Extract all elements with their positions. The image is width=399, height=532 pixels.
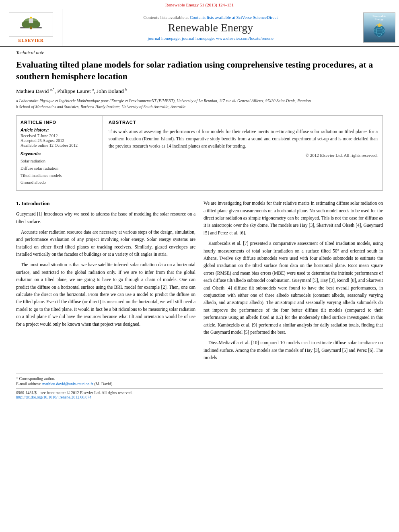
re-logo-graphic: [367, 22, 391, 37]
corresponding-author-note: * Corresponding author.: [16, 376, 383, 381]
abstract-text: This work aims at assessing the performa…: [109, 128, 378, 150]
issn-line: 0960-1481/$ – see front matter © 2012 El…: [16, 388, 383, 395]
issn-text: 0960-1481/$ – see front matter © 2012 El…: [16, 390, 132, 395]
email-line: E-mail address: mathieu.david@univ-reuni…: [16, 382, 383, 386]
article-type-text: Technical note: [16, 50, 44, 55]
body-para-1: Gueymard [1] introduces why we need to a…: [16, 210, 195, 225]
email-label-text: E-mail address:: [16, 382, 41, 386]
elsevier-logo: ELSEVIER: [9, 12, 53, 43]
footer-content: * Corresponding author. E-mail address: …: [16, 374, 383, 399]
available-date: Available online 12 October 2012: [21, 143, 98, 148]
svg-marker-6: [29, 16, 33, 18]
elsevier-tree-svg: [15, 16, 47, 33]
body-right-para-2: Kambezidis et al. [7] presented a compar…: [204, 240, 383, 336]
re-logo-title: RenewableEnergy: [372, 14, 386, 21]
svg-line-13: [381, 24, 382, 25]
body-right-para-3: Diez-Mediavilla et al. [10] compared 10 …: [204, 339, 383, 361]
history-label: Article history:: [21, 128, 98, 132]
re-logo-area: RenewableEnergy: [359, 9, 399, 46]
svg-line-15: [377, 24, 378, 25]
corresponding-label: * Corresponding author.: [16, 376, 55, 381]
keyword-4: Ground albedo: [21, 179, 98, 186]
paper-title: Evaluating tilted plane models for solar…: [0, 57, 399, 85]
elsevier-text: ELSEVIER: [9, 38, 53, 43]
journal-title-area: Contents lists available at Contents lis…: [62, 9, 359, 46]
journal-header: ELSEVIER Contents lists available at Con…: [0, 9, 399, 47]
svg-rect-5: [29, 18, 33, 23]
keyword-3: Tilted irradiance models: [21, 172, 98, 179]
doi-link[interactable]: http://dx.doi.org/10.1016/j.renene.2012.…: [16, 395, 91, 399]
affil-sup-a2: a: [92, 87, 94, 91]
affiliations: a Laboratoire Physique et Ingénierie Mat…: [0, 97, 399, 113]
affiliation-a: a Laboratoire Physique et Ingénierie Mat…: [16, 98, 383, 104]
authors-line: Mathieu David a,*, Philippe Lauret a, Jo…: [0, 85, 399, 97]
article-info-heading: ARTICLE INFO: [21, 120, 98, 125]
abstract-heading: ABSTRACT: [109, 120, 378, 125]
body-col-right: We are investigating four models for the…: [204, 199, 383, 364]
info-abstract-inner: ARTICLE INFO Article history: Received 7…: [16, 116, 383, 190]
journal-homepage: journal homepage: journal homepage: www.…: [148, 36, 274, 41]
keywords-label: Keywords:: [21, 152, 98, 156]
keyword-2: Diffuse solar radiation: [21, 165, 98, 172]
abstract-copyright: © 2012 Elsevier Ltd. All rights reserved…: [109, 153, 378, 158]
received-date: Received 7 June 2012: [21, 134, 98, 138]
email-suffix: (M. David).: [94, 382, 113, 386]
journal-title: Renewable Energy: [168, 21, 253, 34]
keyword-1: Solar radiation: [21, 158, 98, 165]
footer-area: * Corresponding author. E-mail address: …: [0, 369, 399, 402]
sciverse-line: Contents lists available at Contents lis…: [144, 15, 278, 20]
affiliation-b: b School of Mathematics and Statistics, …: [16, 104, 383, 110]
keywords-list: Solar radiation Diffuse solar radiation …: [21, 158, 98, 186]
article-info-col: ARTICLE INFO Article history: Received 7…: [16, 116, 103, 190]
affil-sup-b: b: [125, 87, 127, 91]
email-link[interactable]: mathieu.david@univ-reunion.fr: [42, 382, 93, 386]
section1-heading: 1. Introduction: [16, 199, 195, 208]
info-abstract-block: ARTICLE INFO Article history: Received 7…: [16, 115, 383, 191]
sciverse-text-prefix: Contents lists available at: [144, 15, 190, 20]
re-journal-logo: RenewableEnergy: [363, 12, 395, 43]
body-right-para-1: We are investigating four models for the…: [204, 199, 383, 236]
body-para-2: Accurate solar radiation resource data a…: [16, 228, 195, 258]
elsevier-tree-logo: [9, 12, 53, 37]
and-text: and: [349, 348, 356, 353]
homepage-label: journal homepage:: [148, 36, 182, 41]
journal-citation: Renewable Energy 51 (2013) 124–131: [165, 2, 234, 7]
sciverse-link[interactable]: Contents lists available at SciVerse Sci…: [190, 15, 278, 20]
accepted-date: Accepted 25 August 2012: [21, 138, 98, 143]
article-type: Technical note: [0, 47, 399, 57]
doi-line: http://dx.doi.org/10.1016/j.renene.2012.…: [16, 395, 383, 399]
svg-point-11: [378, 24, 381, 27]
elsevier-logo-area: ELSEVIER: [0, 9, 62, 46]
body-section: 1. Introduction Gueymard [1] introduces …: [0, 194, 399, 364]
affil-sup-a: a,*: [50, 87, 55, 91]
journal-citation-bar: Renewable Energy 51 (2013) 124–131: [0, 0, 399, 9]
body-col-left: 1. Introduction Gueymard [1] introduces …: [16, 199, 195, 364]
svg-rect-4: [30, 27, 32, 29]
homepage-url: journal homepage: www.elsevier.com/locat…: [182, 36, 274, 41]
re-logo-inner: RenewableEnergy: [364, 13, 395, 42]
abstract-col: ABSTRACT This work aims at assessing the…: [103, 116, 383, 190]
body-para-3: The most usual situation is that we have…: [16, 261, 195, 328]
